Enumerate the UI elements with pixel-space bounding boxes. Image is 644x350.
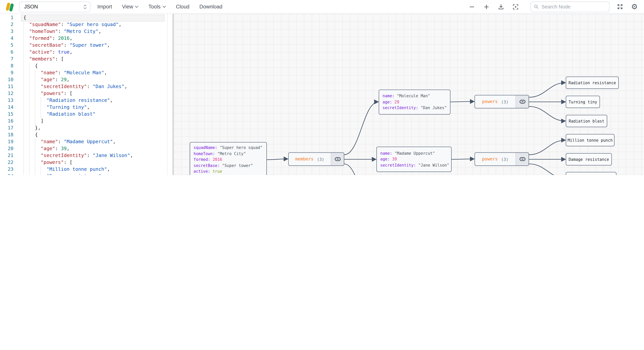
editor-line[interactable]: "age": 39, xyxy=(21,145,167,152)
editor-code-area[interactable]: { "squadName": "Super hero squad", "home… xyxy=(21,14,167,175)
indent-guide xyxy=(29,77,30,83)
indent-guide xyxy=(41,166,41,173)
graph-node-leaf-sr[interactable]: Superhuman reflexes xyxy=(566,172,616,175)
download-image-button[interactable] xyxy=(496,2,506,12)
editor-line[interactable]: { xyxy=(21,63,167,70)
line-number[interactable]: 7 xyxy=(0,56,21,63)
graph-canvas[interactable]: squadName: "Super hero squad"homeTown: "… xyxy=(174,14,644,175)
line-number[interactable]: 23 xyxy=(0,166,21,173)
line-number[interactable]: 18 xyxy=(0,132,21,139)
node-field: secretIdentity: "Jane Wilson" xyxy=(380,162,448,168)
line-number[interactable]: 16 xyxy=(0,118,21,125)
graph-node-leaf-rr[interactable]: Radiation resistance xyxy=(566,77,619,89)
editor-line[interactable]: "secretIdentity": "Jane Wilson", xyxy=(21,152,167,159)
node-field: squadName: "Super hero squad" xyxy=(194,145,263,151)
editor-line[interactable]: "active": true, xyxy=(21,49,167,56)
menu-cloud[interactable]: Cloud xyxy=(176,4,190,9)
app-logo-icon[interactable] xyxy=(5,2,15,11)
line-number[interactable]: 11 xyxy=(0,83,21,90)
json-editor[interactable]: 1234567891011121314151617181920212223242… xyxy=(0,14,172,175)
editor-line[interactable]: "members": [ xyxy=(21,56,167,63)
indent-guide xyxy=(29,173,30,175)
editor-line[interactable]: }, xyxy=(21,125,167,132)
line-number[interactable]: 14 xyxy=(0,104,21,111)
indent-guide xyxy=(29,97,30,104)
line-number[interactable]: 17 xyxy=(0,125,21,132)
leaf-node-text: Million tonne punch xyxy=(568,138,613,142)
editor-line[interactable]: "formed": 2016, xyxy=(21,35,167,42)
editor-line[interactable]: "homeTown": "Metro City", xyxy=(21,28,167,35)
editor-line[interactable]: { xyxy=(21,14,167,21)
graph-node-powers-1[interactable]: powers(3) xyxy=(474,95,529,108)
expand-collapse-link-button[interactable] xyxy=(516,153,528,165)
indent-guide xyxy=(35,77,35,83)
editor-line[interactable]: "name": "Madame Uppercut", xyxy=(21,139,167,145)
editor-line[interactable]: "Damage resistance", xyxy=(21,173,167,175)
indent-guide xyxy=(24,145,24,152)
editor-line[interactable]: "squadName": "Super hero squad", xyxy=(21,21,167,28)
line-number[interactable]: 24 xyxy=(0,173,21,175)
graph-node-members[interactable]: members(3) xyxy=(288,152,344,166)
line-number[interactable]: 20 xyxy=(0,145,21,152)
graph-node-leaf-dr[interactable]: Damage resistance xyxy=(566,153,612,165)
editor-line[interactable]: "secretBase": "Super tower", xyxy=(21,42,167,49)
line-number[interactable]: 8 xyxy=(0,63,21,70)
leaf-node-text: Damage resistance xyxy=(569,157,609,162)
line-number[interactable]: 3 xyxy=(0,28,21,35)
expand-collapse-link-button[interactable] xyxy=(331,153,344,165)
line-number[interactable]: 4 xyxy=(0,35,21,42)
graph-node-leaf-mtp[interactable]: Million tonne punch xyxy=(566,134,614,146)
graph-node-powers-2[interactable]: powers(3) xyxy=(474,152,529,166)
zoom-out-button[interactable] xyxy=(467,2,477,12)
line-number[interactable]: 13 xyxy=(0,97,21,104)
line-number[interactable]: 15 xyxy=(0,111,21,118)
graph-node-member-2[interactable]: name: "Madame Uppercut"age: 39secretIden… xyxy=(376,147,452,172)
editor-line[interactable]: "Turning tiny", xyxy=(21,104,167,111)
line-number[interactable]: 19 xyxy=(0,139,21,145)
editor-line[interactable]: "name": "Molecule Man", xyxy=(21,70,167,77)
graph-node-leaf-tt[interactable]: Turning tiny xyxy=(566,96,600,108)
menu-view[interactable]: View xyxy=(122,4,138,9)
menu-tools[interactable]: Tools xyxy=(148,4,166,9)
chevron-down-icon xyxy=(135,5,138,8)
indent-guide xyxy=(35,111,35,118)
line-number[interactable]: 6 xyxy=(0,49,21,56)
menu-download[interactable]: Download xyxy=(199,4,222,9)
graph-node-member-1[interactable]: name: "Molecule Man"age: 29secretIdentit… xyxy=(379,90,450,114)
editor-line[interactable]: "powers": [ xyxy=(21,90,167,97)
expand-collapse-link-button[interactable] xyxy=(516,95,528,108)
editor-line[interactable]: "powers": [ xyxy=(21,159,167,166)
editor-line[interactable]: "Radiation blast" xyxy=(21,111,167,118)
fullscreen-button[interactable] xyxy=(615,2,625,12)
menu-import[interactable]: Import xyxy=(97,4,112,9)
editor-line[interactable]: "secretIdentity": "Dan Jukes", xyxy=(21,83,167,90)
editor-line[interactable]: "Million tonne punch", xyxy=(21,166,167,173)
editor-line[interactable]: ] xyxy=(21,118,167,125)
settings-button[interactable]: ⚙ xyxy=(630,2,640,12)
editor-line[interactable]: { xyxy=(21,132,167,139)
editor-line[interactable]: "age": 29, xyxy=(21,77,167,83)
line-number[interactable]: 10 xyxy=(0,77,21,83)
editor-line[interactable]: "Radiation resistance", xyxy=(21,97,167,104)
graph-node-leaf-rb[interactable]: Radiation blast xyxy=(566,115,607,127)
focus-center-button[interactable] xyxy=(510,2,520,12)
line-number[interactable]: 9 xyxy=(0,70,21,77)
editor-scroll-border xyxy=(167,14,168,175)
indent-guide xyxy=(24,42,24,49)
indent-guide xyxy=(29,159,30,166)
line-number[interactable]: 21 xyxy=(0,152,21,159)
indent-guide xyxy=(35,70,35,77)
line-number[interactable]: 12 xyxy=(0,90,21,97)
format-select[interactable]: JSON xyxy=(19,1,90,12)
indent-guide xyxy=(29,152,30,159)
node-field: age: 39 xyxy=(380,156,448,162)
line-number[interactable]: 2 xyxy=(0,21,21,28)
line-number[interactable]: 1 xyxy=(0,14,21,21)
format-select-value: JSON xyxy=(24,4,83,9)
node-field: secretIdentity: "Dan Jukes" xyxy=(382,105,446,111)
zoom-in-button[interactable] xyxy=(482,2,492,12)
line-number[interactable]: 5 xyxy=(0,42,21,49)
line-number[interactable]: 22 xyxy=(0,159,21,166)
graph-node-root[interactable]: squadName: "Super hero squad"homeTown: "… xyxy=(190,142,267,175)
search-node-input[interactable] xyxy=(541,3,606,10)
